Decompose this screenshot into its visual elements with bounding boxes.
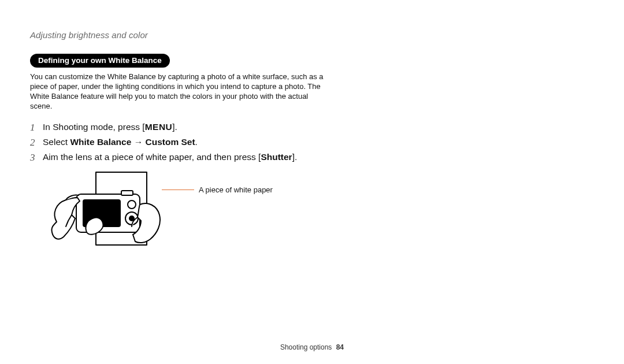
step-1-text-a: In Shooting mode, press [ — [43, 122, 145, 132]
running-head: Adjusting brightness and color — [30, 30, 594, 40]
step-1: In Shooting mode, press [MENU]. — [30, 120, 434, 135]
step-3-text-c: ]. — [292, 152, 298, 162]
step-3: Aim the lens at a piece of white paper, … — [30, 150, 434, 165]
manual-page: Adjusting brightness and color Defining … — [0, 0, 624, 364]
steps-list: In Shooting mode, press [MENU]. Select W… — [30, 120, 434, 165]
step-2-bold-cs: Custom Set — [145, 137, 195, 147]
footer-page-number: 84 — [336, 343, 344, 351]
step-2-bold-wb: White Balance — [70, 137, 131, 147]
callout-label: A piece of white paper — [199, 185, 273, 194]
menu-button-label: MENU — [145, 122, 173, 132]
step-2: Select White Balance → Custom Set. — [30, 135, 434, 150]
figure-camera-paper — [46, 169, 162, 261]
step-3-text-a: Aim the lens at a piece of white paper, … — [43, 152, 261, 162]
figure-row: A piece of white paper — [46, 169, 594, 261]
camera-illustration-icon — [46, 169, 162, 261]
step-1-text-b: ]. — [172, 122, 177, 132]
step-2-arrow: → — [131, 137, 145, 147]
svg-point-2 — [128, 200, 136, 209]
step-2-text-d: . — [195, 137, 198, 147]
step-2-text-a: Select — [43, 137, 70, 147]
step-3-bold-shutter: Shutter — [261, 152, 292, 162]
intro-paragraph: You can customize the White Balance by c… — [30, 72, 325, 112]
page-footer: Shooting options 84 — [0, 343, 624, 351]
footer-section: Shooting options — [280, 343, 332, 351]
svg-point-4 — [129, 216, 134, 221]
section-pill: Defining your own White Balance — [30, 54, 170, 68]
svg-rect-5 — [121, 191, 133, 195]
callout-leader-line — [162, 190, 194, 190]
